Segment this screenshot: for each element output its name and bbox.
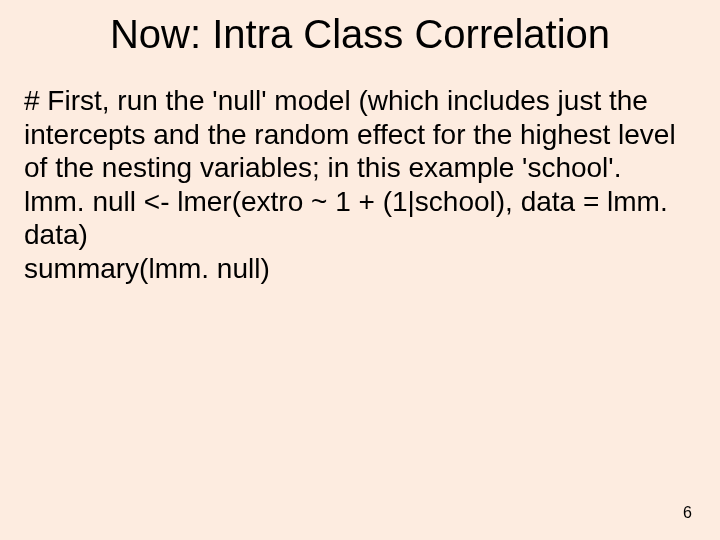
slide-title: Now: Intra Class Correlation [0,12,720,57]
page-number: 6 [683,504,692,522]
slide-body: # First, run the 'null' model (which inc… [24,84,680,286]
